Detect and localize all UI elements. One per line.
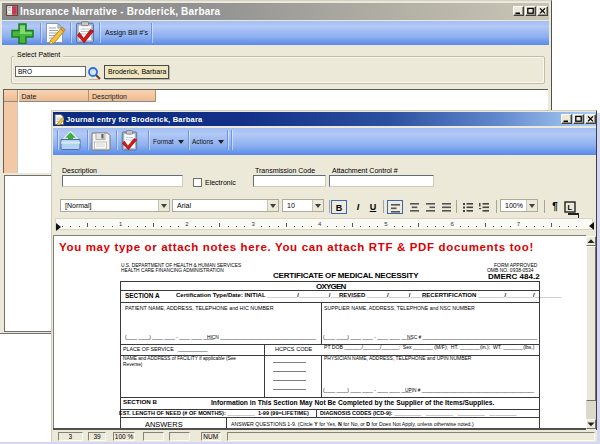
svg-text:L: L [568,203,573,212]
